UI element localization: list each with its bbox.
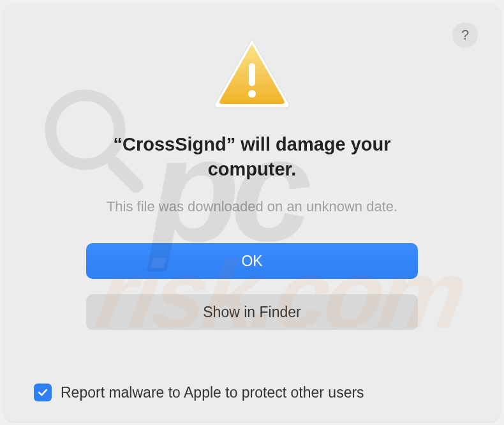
report-checkbox-row: Report malware to Apple to protect other… [34,384,364,401]
help-button[interactable]: ? [452,22,478,48]
ok-button[interactable]: OK [86,243,418,279]
gatekeeper-dialog: pc risk.com ? “CrossSignd” will damage y… [3,3,501,422]
dialog-title: “CrossSignd” will damage your computer. [80,132,424,182]
warning-icon [211,35,293,112]
show-in-finder-label: Show in Finder [203,304,300,321]
checkmark-icon [36,386,49,399]
ok-button-label: OK [241,253,262,270]
report-checkbox-label: Report malware to Apple to protect other… [61,384,364,401]
help-icon: ? [461,27,469,43]
svg-rect-2 [249,63,255,86]
show-in-finder-button[interactable]: Show in Finder [86,294,418,330]
report-checkbox[interactable] [34,384,52,401]
svg-point-3 [248,90,256,98]
dialog-subtitle: This file was downloaded on an unknown d… [107,198,397,215]
